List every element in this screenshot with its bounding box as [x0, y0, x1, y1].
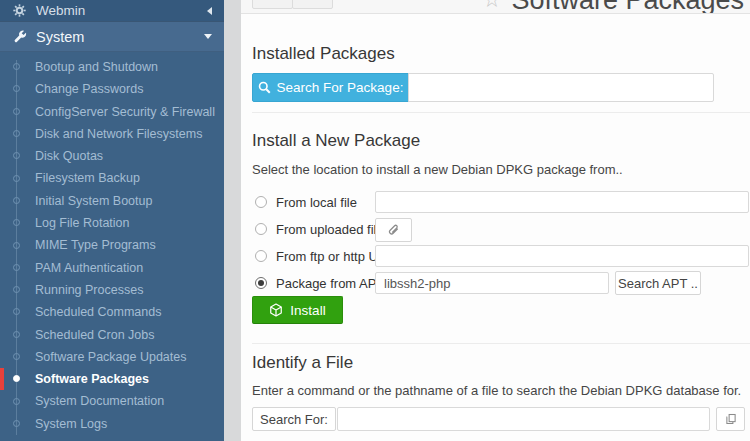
radio-label: From local file: [276, 195, 357, 210]
sidebar-item-label: Scheduled Commands: [35, 301, 224, 323]
sidebar-item-label: Running Processes: [35, 279, 224, 301]
sidebar-item-label: Log File Rotation: [35, 212, 224, 234]
package-icon: [269, 303, 283, 317]
chevron-down-icon: [204, 34, 212, 39]
copy-button[interactable]: [716, 407, 745, 431]
option-row-local-file: From local file: [255, 195, 357, 209]
header-nav-button-2[interactable]: [292, 0, 333, 9]
bullet-icon: [13, 353, 20, 360]
option-row-uploaded-file: From uploaded file: [255, 222, 384, 236]
sidebar-item-software-package-updates[interactable]: Software Package Updates: [0, 346, 224, 368]
bullet-icon: [13, 108, 20, 115]
sidebar-item-pam-authentication[interactable]: PAM Authentication: [0, 257, 224, 279]
bullet-icon: [13, 175, 20, 182]
bullet-icon: [13, 63, 20, 70]
option-row-ftp-url: From ftp or http URL: [255, 249, 394, 263]
bullet-icon: [13, 197, 20, 204]
sidebar-item-initial-system-bootup[interactable]: Initial System Bootup: [0, 190, 224, 212]
sidebar-item-scheduled-cron-jobs[interactable]: Scheduled Cron Jobs: [0, 324, 224, 346]
sidebar-item-scheduled-commands[interactable]: Scheduled Commands: [0, 301, 224, 323]
package-search-input[interactable]: [408, 73, 714, 102]
search-for-package-button[interactable]: Search For Package:: [252, 73, 409, 102]
sidebar-item-log-file-rotation[interactable]: Log File Rotation: [0, 212, 224, 234]
copy-icon: [725, 413, 737, 425]
sidebar-item-label: Software Package Updates: [35, 346, 224, 368]
install-button[interactable]: Install: [252, 296, 343, 324]
identify-description: Enter a command or the pathname of a fil…: [252, 383, 741, 398]
sidebar-item-change-passwords[interactable]: Change Passwords: [0, 78, 224, 100]
sidebar-item-label: MIME Type Programs: [35, 234, 224, 256]
upload-file-button[interactable]: [375, 218, 412, 242]
sidebar-item-label: System Documentation: [35, 390, 224, 412]
sidebar-item-system-documentation[interactable]: System Documentation: [0, 390, 224, 412]
installed-packages-heading: Installed Packages: [252, 44, 395, 64]
header-nav-button-1[interactable]: [252, 0, 293, 9]
sidebar-item-label: PAM Authentication: [35, 257, 224, 279]
radio-from-uploaded-file[interactable]: [255, 223, 267, 235]
search-apt-button[interactable]: Search APT ..: [615, 271, 701, 295]
identify-file-heading: Identify a File: [252, 353, 353, 373]
identify-file-input[interactable]: [337, 407, 710, 431]
sidebar-item-disk-and-network-filesystems[interactable]: Disk and Network Filesystems: [0, 123, 224, 145]
favorite-star-icon[interactable]: ☆: [483, 0, 502, 12]
sidebar: Webmin System Bootup and Shutdown Change…: [0, 0, 224, 441]
gear-icon: [13, 4, 27, 18]
bullet-icon: [13, 219, 20, 226]
bullet-icon: [13, 398, 20, 405]
radio-from-local-file[interactable]: [255, 196, 267, 208]
sidebar-resize-gutter[interactable]: [224, 0, 241, 441]
sidebar-item-bootup-and-shutdown[interactable]: Bootup and Shutdown: [0, 56, 224, 78]
sidebar-item-configserver-security-firewall[interactable]: ConfigServer Security & Firewall: [0, 101, 224, 123]
sidebar-item-label: Initial System Bootup: [35, 190, 224, 212]
sidebar-item-label: Filesystem Backup: [35, 167, 224, 189]
sidebar-menu: Bootup and Shutdown Change Passwords Con…: [0, 52, 224, 441]
page-title: Software Packages: [511, 0, 744, 14]
search-icon: [258, 81, 271, 94]
sidebar-item-mime-type-programs[interactable]: MIME Type Programs: [0, 234, 224, 256]
sidebar-category-webmin[interactable]: Webmin: [0, 0, 224, 21]
section-divider: [252, 343, 750, 344]
sidebar-category-system[interactable]: System: [0, 21, 224, 52]
sidebar-item-label: Disk and Network Filesystems: [35, 123, 224, 145]
bullet-icon: [13, 152, 20, 159]
sidebar-item-running-processes[interactable]: Running Processes: [0, 279, 224, 301]
bullet-icon: [13, 331, 20, 338]
sidebar-item-disk-quotas[interactable]: Disk Quotas: [0, 145, 224, 167]
sidebar-item-label: Bootup and Shutdown: [35, 56, 224, 78]
bullet-icon: [13, 130, 20, 137]
bullet-icon: [13, 242, 20, 249]
local-file-input[interactable]: [375, 191, 749, 213]
install-new-package-heading: Install a New Package: [252, 131, 420, 151]
apt-package-input[interactable]: [375, 272, 609, 294]
sidebar-item-label: ConfigServer Security & Firewall: [35, 101, 224, 123]
sidebar-item-system-logs[interactable]: System Logs: [0, 413, 224, 435]
install-description: Select the location to install a new Deb…: [252, 162, 623, 177]
radio-from-url[interactable]: [255, 250, 267, 262]
option-row-apt: Package from APT: [255, 276, 384, 290]
bullet-icon: [13, 286, 20, 293]
sidebar-item-label: Disk Quotas: [35, 145, 224, 167]
search-for-button[interactable]: Search For:: [252, 407, 336, 431]
radio-label: Package from APT: [276, 276, 384, 291]
sidebar-category-label: System: [36, 29, 84, 45]
sidebar-item-label: Scheduled Cron Jobs: [35, 324, 224, 346]
bullet-icon: [13, 375, 20, 382]
radio-label: From uploaded file: [276, 222, 384, 237]
bullet-icon: [13, 85, 20, 92]
bullet-icon: [13, 308, 20, 315]
chevron-left-icon: [207, 7, 212, 15]
sidebar-category-label: Webmin: [36, 3, 85, 18]
main-content: ☆ Software Packages Installed Packages S…: [241, 0, 750, 441]
section-divider: [252, 112, 750, 113]
sidebar-item-software-packages[interactable]: Software Packages: [0, 368, 224, 390]
ftp-http-url-input[interactable]: [375, 245, 749, 267]
radio-package-from-apt[interactable]: [255, 277, 267, 289]
bullet-icon: [13, 420, 20, 427]
sidebar-item-label: System Logs: [35, 413, 224, 435]
wrench-icon: [13, 30, 27, 44]
page-header-bar: ☆ Software Packages: [241, 0, 750, 14]
sidebar-item-label: Software Packages: [35, 368, 224, 390]
active-indicator-bar: [0, 368, 4, 390]
paperclip-icon: [387, 224, 400, 237]
sidebar-item-filesystem-backup[interactable]: Filesystem Backup: [0, 167, 224, 189]
